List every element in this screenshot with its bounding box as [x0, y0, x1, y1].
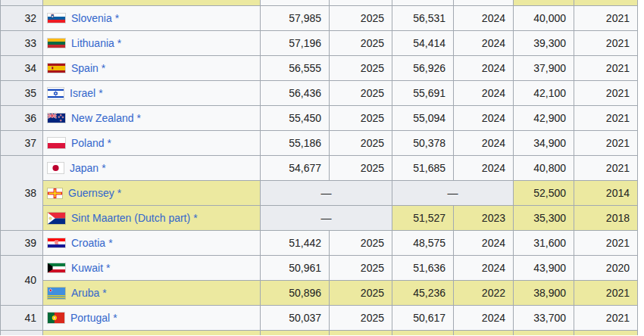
- country-name-link[interactable]: Aruba: [71, 287, 99, 299]
- country-name-link[interactable]: Poland: [71, 137, 105, 149]
- country-name-link[interactable]: Spain: [71, 62, 98, 74]
- year-label: 2024: [482, 62, 505, 74]
- year-cell: 2021: [574, 5, 638, 30]
- data-cell: [514, 0, 574, 5]
- gdp-table: 32Slovenia*57,985202556,531202440,000202…: [0, 0, 638, 335]
- year-cell: 2024: [454, 305, 514, 330]
- data-cell: [330, 330, 392, 335]
- value-cell: 52,500: [514, 180, 574, 205]
- year-label: 2025: [361, 37, 384, 49]
- value-label: 45,236: [413, 287, 445, 299]
- value-label: 55,094: [413, 112, 445, 124]
- reference-asterisk-link[interactable]: *: [115, 12, 119, 24]
- country-cell: [43, 0, 261, 5]
- country-name-link[interactable]: Japan: [70, 162, 98, 174]
- value-cell: 50,617: [392, 305, 454, 330]
- country-name-link[interactable]: Kuwait: [71, 262, 103, 274]
- value-label: 56,555: [289, 62, 321, 74]
- year-cell: 2024: [454, 5, 514, 30]
- value-label: 51,442: [289, 237, 321, 249]
- rank-cell: 35: [1, 80, 43, 105]
- year-cell: 2021: [574, 305, 638, 330]
- reference-asterisk-link[interactable]: *: [102, 62, 105, 74]
- reference-asterisk-link[interactable]: *: [102, 162, 105, 174]
- year-label: 2014: [606, 187, 630, 199]
- rank-cell: [1, 0, 43, 5]
- year-label: 2024: [482, 312, 505, 324]
- year-label: 2021: [606, 237, 630, 249]
- country-cell: Croatia*: [43, 230, 261, 255]
- reference-asterisk-link[interactable]: *: [113, 312, 117, 324]
- year-label: 2024: [482, 162, 505, 174]
- country-name-link[interactable]: Lithuania: [71, 37, 114, 49]
- year-cell: 2025: [330, 230, 392, 255]
- year-cell: 2024: [454, 255, 514, 280]
- reference-asterisk-link[interactable]: *: [108, 137, 111, 149]
- value-cell: 55,094: [392, 105, 454, 130]
- year-cell: 2024: [454, 55, 514, 80]
- reference-asterisk-link[interactable]: *: [108, 237, 112, 249]
- value-label: 39,300: [533, 37, 566, 49]
- country-name-link[interactable]: Sint Maarten (Dutch part): [71, 212, 190, 224]
- value-cell: 56,926: [392, 55, 454, 80]
- year-label: 2025: [361, 162, 384, 174]
- data-cell: [454, 330, 514, 335]
- value-cell: 51,442: [261, 230, 330, 255]
- year-cell: 2021: [574, 280, 638, 305]
- country-name-link[interactable]: Israel: [70, 87, 95, 99]
- table-row: 34Spain*56,555202556,926202437,9002021: [1, 55, 638, 80]
- country-name-link[interactable]: Guernsey: [68, 187, 114, 199]
- country-name-link[interactable]: Croatia: [71, 237, 105, 249]
- reference-asterisk-link[interactable]: *: [102, 287, 106, 299]
- value-cell: 57,985: [261, 5, 330, 30]
- rank-label: 38: [24, 187, 36, 199]
- year-cell: 2025: [330, 280, 392, 305]
- country-name-link[interactable]: Portugal: [70, 312, 110, 324]
- year-label: 2021: [606, 162, 630, 174]
- country-cell: Kuwait*: [43, 255, 261, 280]
- reference-asterisk-link[interactable]: *: [193, 212, 197, 224]
- year-label: 2024: [482, 12, 505, 24]
- reference-asterisk-link[interactable]: *: [117, 187, 121, 199]
- value-label: 54,414: [413, 37, 445, 49]
- data-cell: [261, 0, 330, 5]
- country-cell: Slovenia*: [43, 5, 261, 30]
- japan-flag-icon: [48, 163, 64, 173]
- value-cell: 50,037: [261, 305, 330, 330]
- value-label: 38,900: [533, 287, 566, 299]
- year-cell: 2024: [454, 80, 514, 105]
- value-label: 37,900: [533, 62, 566, 74]
- reference-asterisk-link[interactable]: *: [117, 37, 121, 49]
- value-label: 43,900: [533, 262, 566, 274]
- guernsey-flag-icon: [48, 188, 62, 198]
- year-cell: 2025: [330, 305, 392, 330]
- country-cell: Japan*: [43, 155, 261, 180]
- reference-asterisk-link[interactable]: *: [106, 262, 110, 274]
- country-name-link[interactable]: Slovenia: [71, 12, 112, 24]
- empty-label: —: [321, 212, 332, 224]
- year-label: 2021: [606, 312, 630, 324]
- year-cell: 2021: [574, 80, 638, 105]
- table-row: 39Croatia*51,442202548,575202431,6002021: [1, 230, 638, 255]
- reference-asterisk-link[interactable]: *: [98, 87, 102, 99]
- value-cell: 56,436: [261, 80, 330, 105]
- year-label: 2024: [482, 87, 505, 99]
- year-label: 2022: [482, 287, 505, 299]
- value-label: 35,300: [533, 212, 566, 224]
- sint-maarten-flag-icon: [48, 213, 65, 224]
- value-cell: 51,636: [392, 255, 454, 280]
- year-label: 2024: [482, 112, 505, 124]
- value-label: 52,500: [533, 187, 566, 199]
- year-cell: 2025: [330, 155, 392, 180]
- value-cell: 51,527: [392, 205, 454, 230]
- country-name-link[interactable]: New Zealand: [71, 112, 134, 124]
- reference-asterisk-link[interactable]: *: [137, 112, 141, 124]
- value-label: 56,436: [289, 87, 321, 99]
- value-label: 40,800: [533, 162, 566, 174]
- year-label: 2025: [361, 262, 384, 274]
- value-cell: 34,900: [514, 130, 574, 155]
- year-label: 2020: [606, 262, 630, 274]
- rank-cell: 36: [1, 105, 43, 130]
- croatia-flag-icon: [48, 238, 65, 247]
- table-row: Guernsey*——52,5002014: [1, 180, 638, 205]
